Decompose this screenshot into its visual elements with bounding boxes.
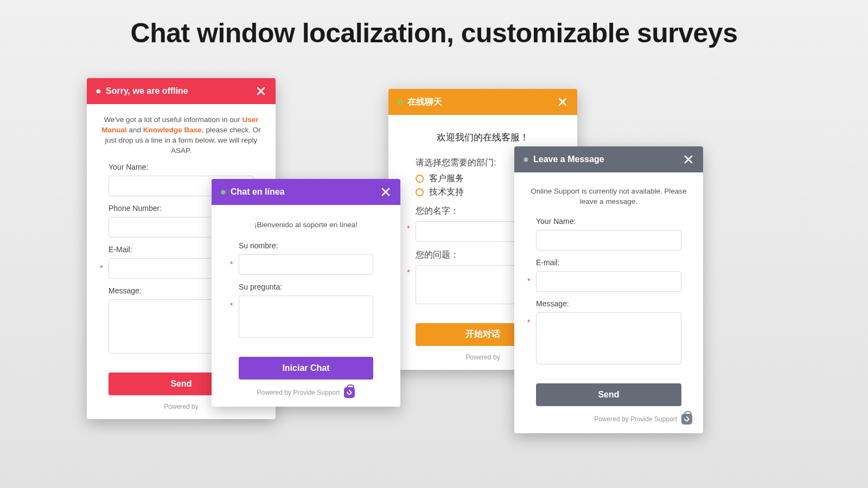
required-star: * [407,268,410,277]
intro-text: 欢迎我们的在线客服！ [399,131,566,144]
radio-icon [416,175,424,183]
close-icon[interactable] [256,86,266,96]
knowledge-base-link[interactable]: Knowledge Base [143,126,202,134]
email-label: E-mail: [536,258,681,267]
widget-header: Leave a Message [514,146,703,172]
required-star: * [230,301,233,310]
widget-title: Sorry, we are offline [106,86,188,96]
name-label: Su nombre: [239,241,373,250]
name-label: Your Name: [536,217,681,226]
widget-header: Chat en línea [212,179,400,205]
close-icon[interactable] [684,155,693,164]
widget-header: Sorry, we are offline [87,78,276,104]
widget-header: 在线聊天 [388,89,577,115]
status-dot-offline [524,158,528,162]
name-input[interactable] [536,230,681,251]
name-label: Your Name: [108,163,254,171]
page-title: Chat window localization, customizable s… [0,17,868,49]
intro-text: Online Support is currently not availabl… [525,187,692,207]
lock-icon [344,387,355,398]
required-star: * [230,260,233,268]
required-star: * [100,264,103,272]
message-textarea[interactable] [536,312,681,364]
radio-icon [416,188,424,196]
powered-by: Powered by Provide Support [222,387,390,398]
chat-widget-leave-message-grey: Leave a Message Online Support is curren… [514,146,703,433]
status-dot-online [398,100,402,104]
send-button[interactable]: Send [536,383,681,406]
email-input[interactable] [536,271,681,292]
status-dot-offline [97,89,100,93]
intro-text: ¡Bienvenido al soporte en línea! [222,220,390,230]
widget-title: Chat en línea [231,187,285,197]
chat-widget-spanish-purple: Chat en línea ¡Bienvenido al soporte en … [212,179,400,407]
start-chat-button[interactable]: Iniciar Chat [239,357,373,380]
status-dot-online [221,190,225,194]
close-icon[interactable] [558,97,567,107]
question-textarea[interactable] [239,296,373,338]
lock-icon [681,414,692,425]
widget-title: 在线聊天 [407,97,442,108]
required-star: * [407,224,410,233]
required-star: * [527,277,530,285]
close-icon[interactable] [381,187,391,197]
question-label: Su pregunta: [239,282,373,291]
required-star: * [527,318,530,326]
name-input[interactable] [239,254,373,275]
widget-title: Leave a Message [533,155,604,164]
message-label: Message: [536,299,681,308]
intro-text: We've got a lot of useful information in… [98,115,265,156]
powered-by: Powered by Provide Support [525,414,692,425]
